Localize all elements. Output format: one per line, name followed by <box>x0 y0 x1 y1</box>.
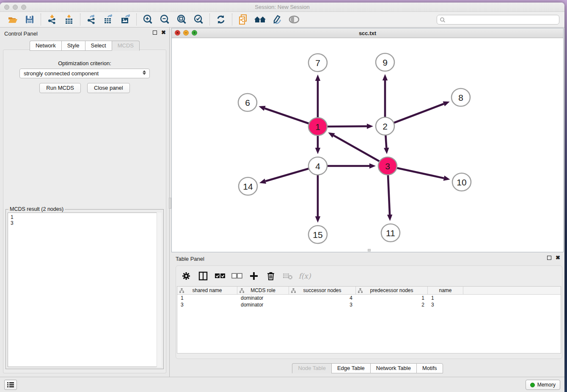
toolbar-separator <box>41 14 41 25</box>
node-label-11: 11 <box>386 228 395 238</box>
memory-button[interactable]: Memory <box>526 380 560 390</box>
node-label-9: 9 <box>383 58 388 67</box>
edge-arrowhead <box>384 148 389 154</box>
memory-status-icon <box>530 383 535 387</box>
eye-button[interactable] <box>286 13 303 26</box>
table-cell[interactable]: 1 <box>356 295 428 301</box>
float-panel-icon[interactable] <box>153 30 157 35</box>
tab-select[interactable]: Select <box>85 41 112 51</box>
sort-hierarchy-icon <box>239 288 244 293</box>
export-network-button[interactable] <box>83 13 100 26</box>
tab-motifs[interactable]: Motifs <box>416 363 443 373</box>
network-view-window: ✕ − + scc.txt 7968124314101511 <box>171 28 564 252</box>
table-row[interactable]: 3dominator323 <box>177 301 561 308</box>
mcds-result-list[interactable]: 1 3 <box>8 213 162 367</box>
network-canvas[interactable]: 7968124314101511 <box>172 38 563 252</box>
zoom-out-icon <box>159 14 170 25</box>
node-label-10: 10 <box>457 177 466 187</box>
table-cell[interactable]: 4 <box>289 295 356 301</box>
table-panel: Table Panel ✖ <box>171 253 564 377</box>
search-input[interactable] <box>446 15 559 24</box>
close-table-panel-icon[interactable]: ✖ <box>556 256 560 260</box>
table-cell[interactable]: 3 <box>289 301 356 308</box>
export-table-button[interactable] <box>100 13 117 26</box>
run-mcds-button[interactable]: Run MCDS <box>39 83 81 93</box>
deselect-all-button[interactable] <box>231 270 243 282</box>
refresh-icon <box>216 14 226 25</box>
hide-labels-icon <box>272 14 283 25</box>
zoom-selected-button[interactable] <box>190 13 207 26</box>
tab-mcds[interactable]: MCDS <box>112 41 140 51</box>
column-header-MCDS-role[interactable]: MCDS role <box>237 287 289 294</box>
export-image-button[interactable] <box>117 13 134 26</box>
table-cell[interactable]: dominator <box>237 301 289 308</box>
columns-icon <box>198 271 208 281</box>
table-cell[interactable]: 1 <box>177 295 237 301</box>
import-table-button[interactable] <box>61 13 77 26</box>
table-tabs: Node TableEdge TableNetwork TableMotifs <box>171 363 564 373</box>
tab-edge-table[interactable]: Edge Table <box>331 363 370 373</box>
import-network-icon <box>47 14 58 25</box>
import-network-button[interactable] <box>44 13 61 26</box>
select-all-button[interactable] <box>214 270 226 282</box>
sort-hierarchy-icon <box>358 288 363 293</box>
zoom-in-icon <box>142 14 153 25</box>
column-header-name[interactable]: name <box>428 287 463 294</box>
zoom-out-button[interactable] <box>156 13 173 26</box>
column-header-predecessor-nodes[interactable]: predecessor nodes <box>356 287 428 294</box>
edge-arrowhead <box>315 75 320 81</box>
table-row[interactable]: 1dominator411 <box>177 295 561 301</box>
node-label-6: 6 <box>245 98 250 108</box>
column-header-shared-name[interactable]: shared name <box>177 287 237 294</box>
column-header-label: predecessor nodes <box>370 287 413 293</box>
table-cell[interactable]: 3 <box>428 301 463 308</box>
tab-network-table[interactable]: Network Table <box>370 363 416 373</box>
table-settings-button[interactable] <box>180 270 192 282</box>
tab-network[interactable]: Network <box>30 41 61 51</box>
zoom-in-button[interactable] <box>139 13 156 26</box>
table-cell[interactable]: 3 <box>177 301 237 308</box>
network-resize-grip[interactable] <box>368 249 371 251</box>
delete-table-icon <box>283 272 293 280</box>
column-selector-button[interactable] <box>197 270 209 282</box>
checked-boxes-icon <box>215 273 226 279</box>
table-cell[interactable]: 2 <box>356 301 428 308</box>
add-row-button[interactable] <box>248 270 260 282</box>
edge-arrowhead <box>315 148 320 154</box>
network-window-titlebar[interactable]: ✕ − + scc.txt <box>172 28 563 38</box>
table-cell[interactable]: 1 <box>428 295 463 301</box>
float-table-panel-icon[interactable] <box>547 256 551 260</box>
node-table[interactable]: shared nameMCDS rolesuccessor nodesprede… <box>177 286 561 353</box>
delete-table-button[interactable] <box>282 270 294 282</box>
fx-icon: f(x) <box>298 272 311 280</box>
hide-labels-button[interactable] <box>269 13 286 26</box>
clone-network-button[interactable] <box>235 13 252 26</box>
toolbar-separator <box>136 14 137 25</box>
result-scrollbar[interactable] <box>157 213 162 367</box>
node-label-3: 3 <box>385 161 390 171</box>
criterion-dropdown[interactable]: strongly connected component <box>19 69 150 78</box>
save-session-button[interactable] <box>21 13 38 26</box>
delete-row-button[interactable] <box>265 270 277 282</box>
column-header-successor-nodes[interactable]: successor nodes <box>289 287 356 294</box>
table-cell[interactable]: dominator <box>237 295 289 301</box>
home-button[interactable] <box>252 13 269 26</box>
control-panel-header: Control Panel ✖ <box>0 28 169 39</box>
open-file-button[interactable] <box>4 13 21 26</box>
edge-arrowhead <box>259 106 265 111</box>
function-builder-button[interactable]: f(x) <box>299 270 311 282</box>
column-header-label: MCDS role <box>250 287 275 293</box>
close-panel-button[interactable]: Close panel <box>87 83 130 93</box>
tab-node-table[interactable]: Node Table <box>292 363 331 373</box>
tab-style[interactable]: Style <box>61 41 85 51</box>
task-history-button[interactable] <box>4 380 17 390</box>
refresh-view-button[interactable] <box>212 13 229 26</box>
close-panel-icon[interactable]: ✖ <box>161 30 166 35</box>
import-table-icon <box>63 14 74 25</box>
node-label-14: 14 <box>243 182 253 191</box>
zoom-fit-button[interactable] <box>173 13 190 26</box>
control-panel: Control Panel ✖ NetworkStyleSelectMCDS O… <box>0 28 170 377</box>
app-window: Session: New Session <box>0 3 564 392</box>
edge-arrowhead <box>383 74 388 80</box>
export-table-icon <box>103 14 114 25</box>
